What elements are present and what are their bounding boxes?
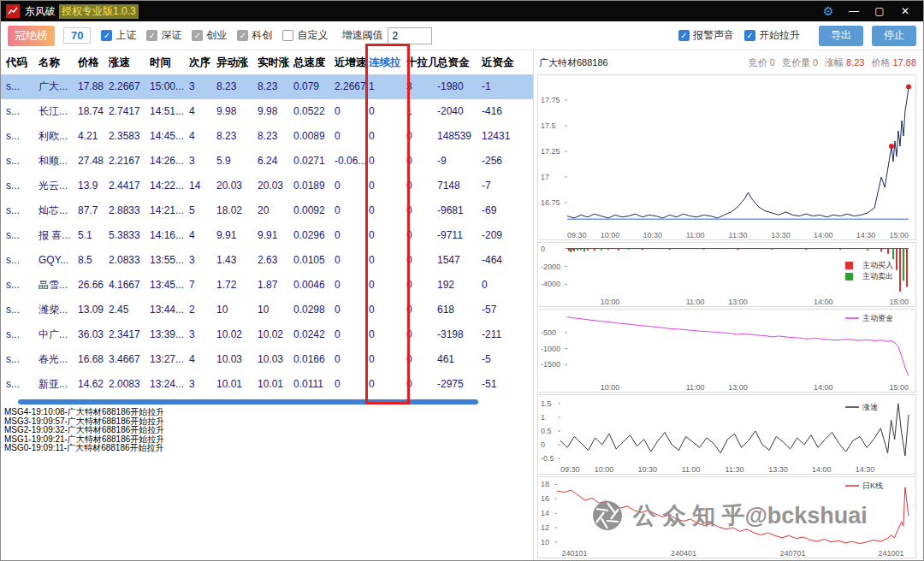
minimize-button[interactable]: —: [841, 5, 867, 17]
table-cell: 1547: [437, 248, 482, 273]
svg-text:主动卖出: 主动卖出: [862, 272, 893, 280]
app-title: 东风破: [25, 4, 56, 19]
table-cell: 2.8833: [109, 198, 150, 223]
table-row[interactable]: s...灿芯...87.72.883314:21...518.02200.009…: [1, 198, 533, 223]
table-cell: 0.0242: [293, 322, 335, 347]
table-cell: 0: [369, 298, 406, 322]
table-cell: 9.91: [216, 223, 258, 248]
rank-badge[interactable]: 冠绝榜: [8, 26, 55, 46]
table-cell: 14:16...: [150, 223, 189, 248]
table-cell: 10.03: [258, 347, 293, 372]
column-header-9[interactable]: 近增速: [335, 50, 369, 74]
checkbox-label: 自定义: [297, 28, 328, 43]
column-header-12[interactable]: 总资金: [437, 50, 482, 74]
close-button[interactable]: ✕: [892, 5, 918, 17]
table-cell: 1: [406, 99, 437, 124]
table-cell: 0: [406, 223, 437, 248]
column-header-8[interactable]: 总速度: [293, 50, 335, 74]
stop-button[interactable]: 停止: [872, 26, 916, 46]
filter-自定义[interactable]: 自定义: [282, 28, 328, 43]
table-cell: 17.88: [78, 74, 109, 99]
table-cell: 9.98: [216, 99, 258, 124]
filter-深证[interactable]: ✓深证: [146, 28, 181, 43]
table-row[interactable]: s...新亚...14.622.008313:24...310.0110.010…: [1, 372, 533, 397]
column-header-3[interactable]: 涨速: [109, 50, 150, 74]
svg-text:18: 18: [541, 480, 549, 488]
svg-text:10:00: 10:00: [601, 298, 620, 306]
table-cell: 0: [335, 322, 369, 347]
column-header-5[interactable]: 次序: [189, 50, 216, 74]
table-cell: 0: [335, 372, 369, 397]
maximize-button[interactable]: ▢: [867, 5, 892, 17]
filter-上证[interactable]: ✓上证: [101, 28, 136, 43]
column-header-7[interactable]: 实时涨: [258, 50, 293, 74]
horizontal-scrollbar[interactable]: [18, 399, 478, 405]
svg-text:17.5: 17.5: [541, 121, 556, 130]
checkbox-icon[interactable]: ✓: [146, 30, 157, 41]
stock-title: 广大特材688186: [539, 56, 608, 69]
table-cell: 10: [216, 298, 258, 322]
table-cell: 3: [406, 74, 437, 99]
table-cell: 14:45...: [150, 124, 189, 149]
table-cell: -9711: [437, 223, 482, 248]
column-header-1[interactable]: 名称: [38, 50, 78, 74]
settings-gear-icon[interactable]: ⚙: [815, 4, 841, 18]
app-edition: 授权专业版1.0.3: [59, 4, 139, 19]
column-header-0[interactable]: 代码: [6, 50, 38, 74]
table-row[interactable]: s...晶雪...26.664.166713:45...71.721.870.0…: [1, 273, 533, 298]
svg-text:-0.5: -0.5: [541, 454, 554, 463]
table-row[interactable]: s...广大...17.882.266715:00...38.238.230.0…: [1, 74, 533, 99]
log-line: MSG0-19:09:11-广大特材688186开始拉升: [4, 444, 518, 453]
checkbox-label: 开始拉升: [759, 28, 800, 43]
filter-创业[interactable]: ✓创业: [192, 28, 227, 43]
checkbox-icon[interactable]: ✓: [192, 30, 203, 41]
table-row[interactable]: s...春光...16.683.466713:27...410.0310.030…: [1, 347, 533, 372]
table-header: 代码名称价格涨速时间次序异动涨实时涨总速度近增速连续拉十拉几总资金近资金: [1, 50, 533, 74]
table-row[interactable]: s...利欧...4.212.358314:45...48.238.230.00…: [1, 124, 533, 149]
table-row[interactable]: s...和顺...27.482.216714:26...35.96.240.02…: [1, 149, 533, 174]
column-header-13[interactable]: 近资金: [482, 50, 519, 74]
table-row[interactable]: s...光云...13.92.441714:22...1420.0320.030…: [1, 174, 533, 198]
filter-报警声音[interactable]: ✓报警声音: [678, 28, 734, 43]
export-button[interactable]: 导出: [819, 26, 863, 46]
svg-text:16.75: 16.75: [541, 198, 560, 207]
checkbox-icon[interactable]: [282, 30, 293, 41]
table-cell: 16.68: [78, 347, 109, 372]
table-row[interactable]: s...中广...36.032.341713:39...310.0210.020…: [1, 322, 533, 347]
filter-科创[interactable]: ✓科创: [237, 28, 272, 43]
column-header-2[interactable]: 价格: [78, 50, 109, 74]
table-cell: 光云...: [38, 174, 78, 198]
column-header-11[interactable]: 十拉几: [406, 50, 437, 74]
table-cell: -57: [482, 298, 519, 322]
column-header-10[interactable]: 连续拉: [369, 50, 406, 74]
table-row[interactable]: s...长江...18.742.741714:51...49.989.980.0…: [1, 99, 533, 124]
checkbox-icon[interactable]: ✓: [744, 30, 755, 41]
checkbox-icon[interactable]: ✓: [101, 30, 112, 41]
svg-text:10: 10: [541, 538, 549, 546]
table-row[interactable]: s...潍柴...13.092.4513:44...210100.0298000…: [1, 298, 533, 322]
table-cell: 0: [369, 322, 406, 347]
table-cell: 0.0111: [293, 372, 335, 397]
table-cell: 14: [189, 174, 216, 198]
svg-text:10:00: 10:00: [601, 231, 620, 239]
checkbox-icon[interactable]: ✓: [678, 30, 690, 41]
checkbox-icon[interactable]: ✓: [237, 30, 248, 41]
table-cell: 利欧...: [38, 124, 78, 149]
table-cell: 15:00...: [150, 74, 189, 99]
table-cell: 4: [189, 223, 216, 248]
table-cell: 2.2167: [109, 149, 150, 174]
svg-text:-4000: -4000: [541, 280, 560, 288]
table-cell: 10.02: [216, 322, 258, 347]
column-header-6[interactable]: 异动涨: [216, 50, 258, 74]
column-header-4[interactable]: 时间: [150, 50, 189, 74]
svg-text:11:30: 11:30: [726, 465, 744, 474]
table-row[interactable]: s...GQY...8.52.083313:55...31.432.630.01…: [1, 248, 533, 273]
table-cell: -51: [482, 372, 519, 397]
table-row[interactable]: s...报 喜...5.15.383314:16...49.919.910.02…: [1, 223, 533, 248]
threshold-input[interactable]: [388, 27, 432, 44]
svg-text:16: 16: [541, 494, 549, 503]
svg-text:17: 17: [541, 173, 549, 181]
svg-text:14:00: 14:00: [814, 383, 833, 392]
filter-开始拉升[interactable]: ✓开始拉升: [744, 28, 800, 43]
count-box[interactable]: 70: [63, 27, 91, 44]
